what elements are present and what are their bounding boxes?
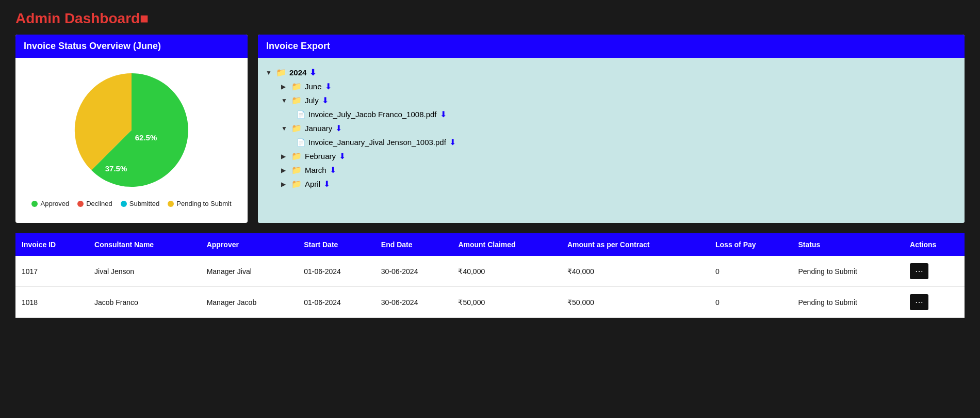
cell-consultant-name: Jival Jenson <box>88 256 201 287</box>
col-start-date: Start Date <box>298 233 375 256</box>
folder-icon: 📁 <box>291 123 302 133</box>
cell-amount-contract: ₹40,000 <box>561 256 709 287</box>
cell-start-date: 01-06-2024 <box>298 287 375 318</box>
export-card-header: Invoice Export <box>258 35 965 58</box>
tree-month-june[interactable]: ▶ 📁 June ⬇ <box>281 79 957 93</box>
col-status: Status <box>792 233 904 256</box>
tree-month-january[interactable]: ▼ 📁 January ⬇ <box>281 121 957 135</box>
col-amount-contract: Amount as per Contract <box>561 233 709 256</box>
july-children: 📄 Invoice_July_Jacob Franco_1008.pdf ⬇ <box>281 107 957 121</box>
download-icon[interactable]: ⬇ <box>449 137 456 147</box>
declined-dot <box>77 201 84 207</box>
folder-icon: 📁 <box>291 165 302 175</box>
col-loss-of-pay: Loss of Pay <box>709 233 792 256</box>
folder-icon: 📁 <box>291 151 302 161</box>
chevron-right-icon: ▶ <box>281 167 288 174</box>
table-row: 1017 Jival Jenson Manager Jival 01-06-20… <box>15 256 965 287</box>
status-card-header: Invoice Status Overview (June) <box>15 35 248 58</box>
tree-month-march[interactable]: ▶ 📁 March ⬇ <box>281 163 957 177</box>
export-tree: ▼ 📁 2024 ⬇ ▶ 📁 June ⬇ ▼ 📁 July ⬇ <box>258 58 965 223</box>
cell-loss-of-pay: 0 <box>709 256 792 287</box>
month-label-january: January <box>305 124 332 133</box>
status-overview-card: Invoice Status Overview (June) 62.5% 37.… <box>15 35 248 223</box>
file-icon: 📄 <box>297 138 305 147</box>
month-label-july: July <box>305 96 319 105</box>
chevron-down-icon: ▼ <box>281 125 288 132</box>
download-icon[interactable]: ⬇ <box>309 68 316 77</box>
download-icon[interactable]: ⬇ <box>440 109 447 119</box>
download-icon[interactable]: ⬇ <box>335 123 342 133</box>
file-name: Invoice_July_Jacob Franco_1008.pdf <box>308 110 437 119</box>
page-title: Admin Dashboard■ <box>0 0 980 35</box>
cell-status: Pending to Submit <box>792 287 904 318</box>
cell-approver: Manager Jacob <box>201 287 298 318</box>
chevron-down-icon: ▼ <box>266 69 273 76</box>
approved-label: Approved <box>40 200 69 207</box>
cell-amount-contract: ₹50,000 <box>561 287 709 318</box>
cell-amount-claimed: ₹40,000 <box>452 256 561 287</box>
invoice-table-section: Invoice ID Consultant Name Approver Star… <box>0 233 980 318</box>
approved-dot <box>31 201 38 207</box>
month-label-june: June <box>305 82 322 91</box>
chevron-right-icon: ▶ <box>281 153 288 160</box>
cell-end-date: 30-06-2024 <box>375 256 452 287</box>
folder-icon: 📁 <box>276 68 286 77</box>
cell-approver: Manager Jival <box>201 256 298 287</box>
january-children: 📄 Invoice_January_Jival Jenson_1003.pdf … <box>281 135 957 149</box>
export-card-title: Invoice Export <box>266 41 330 51</box>
chevron-right-icon: ▶ <box>281 83 288 90</box>
file-name: Invoice_January_Jival Jenson_1003.pdf <box>308 138 446 147</box>
chart-legend: Approved Declined Submitted Pending to S… <box>31 200 231 207</box>
month-label-march: March <box>305 166 326 174</box>
invoice-export-card: Invoice Export ▼ 📁 2024 ⬇ ▶ 📁 June ⬇ <box>258 35 965 223</box>
chevron-down-icon: ▼ <box>281 97 288 104</box>
tree-month-february[interactable]: ▶ 📁 February ⬇ <box>281 149 957 163</box>
col-actions: Actions <box>904 233 965 256</box>
file-january-jival[interactable]: 📄 Invoice_January_Jival Jenson_1003.pdf … <box>297 135 957 149</box>
legend-submitted: Submitted <box>121 200 160 207</box>
cell-actions[interactable]: ⋯ <box>904 256 965 287</box>
status-card-title: Invoice Status Overview (June) <box>24 41 161 51</box>
download-icon[interactable]: ⬇ <box>330 165 336 175</box>
pie-chart: 62.5% 37.5% <box>70 68 193 192</box>
col-invoice-id: Invoice ID <box>15 233 88 256</box>
download-icon[interactable]: ⬇ <box>325 82 332 91</box>
cell-end-date: 30-06-2024 <box>375 287 452 318</box>
folder-icon: 📁 <box>291 95 302 105</box>
svg-text:37.5%: 37.5% <box>105 164 127 173</box>
month-label-april: April <box>305 180 320 188</box>
year-label: 2024 <box>289 68 306 77</box>
year-children: ▶ 📁 June ⬇ ▼ 📁 July ⬇ 📄 Invoice_July_Jac… <box>266 79 957 191</box>
cell-invoice-id: 1017 <box>15 256 88 287</box>
table-header-row: Invoice ID Consultant Name Approver Star… <box>15 233 965 256</box>
tree-year-2024[interactable]: ▼ 📁 2024 ⬇ <box>266 66 957 79</box>
cell-invoice-id: 1018 <box>15 287 88 318</box>
legend-pending: Pending to Submit <box>168 200 231 207</box>
col-end-date: End Date <box>375 233 452 256</box>
cell-actions[interactable]: ⋯ <box>904 287 965 318</box>
download-icon[interactable]: ⬇ <box>339 151 346 161</box>
pending-label: Pending to Submit <box>176 200 231 207</box>
legend-declined: Declined <box>77 200 112 207</box>
pending-dot <box>168 201 174 207</box>
action-button[interactable]: ⋯ <box>910 294 928 310</box>
download-icon[interactable]: ⬇ <box>323 179 330 189</box>
download-icon[interactable]: ⬇ <box>322 95 329 105</box>
cell-start-date: 01-06-2024 <box>298 256 375 287</box>
col-approver: Approver <box>201 233 298 256</box>
folder-icon: 📁 <box>291 82 302 91</box>
file-july-jacob[interactable]: 📄 Invoice_July_Jacob Franco_1008.pdf ⬇ <box>297 107 957 121</box>
action-button[interactable]: ⋯ <box>910 263 928 279</box>
col-amount-claimed: Amount Claimed <box>452 233 561 256</box>
invoice-table: Invoice ID Consultant Name Approver Star… <box>15 233 965 318</box>
submitted-dot <box>121 201 127 207</box>
title-text: Admin Dashboard <box>15 10 140 26</box>
cell-status: Pending to Submit <box>792 256 904 287</box>
chevron-right-icon: ▶ <box>281 181 288 188</box>
col-consultant-name: Consultant Name <box>88 233 201 256</box>
tree-month-april[interactable]: ▶ 📁 April ⬇ <box>281 177 957 191</box>
month-label-february: February <box>305 152 336 160</box>
tree-month-july[interactable]: ▼ 📁 July ⬇ <box>281 93 957 107</box>
legend-approved: Approved <box>31 200 69 207</box>
folder-icon: 📁 <box>291 179 302 189</box>
